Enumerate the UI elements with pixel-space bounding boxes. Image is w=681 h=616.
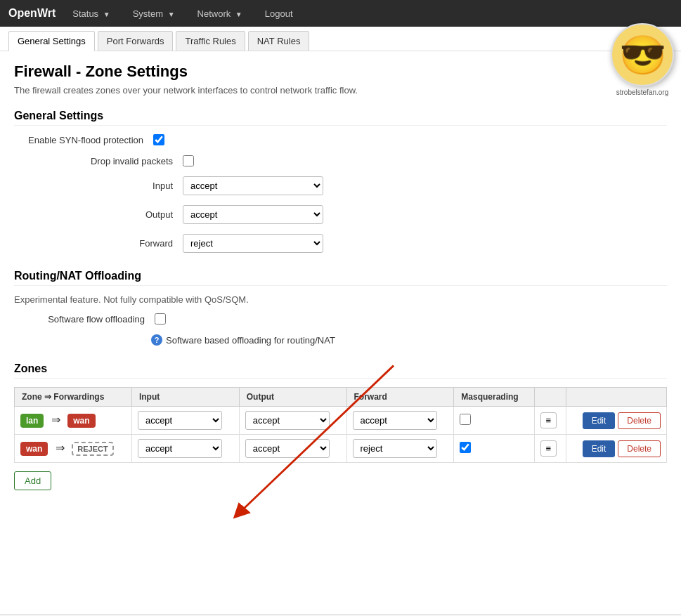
action-cell: Edit Delete (566, 435, 666, 463)
masquerading-cell (454, 407, 534, 435)
zones-section: Zones Zone ⇒ Forwardings Input Output Fo… (14, 362, 667, 490)
edit-button[interactable]: Edit (583, 412, 616, 429)
output-cell: acceptdropreject (239, 407, 346, 435)
row-output-select[interactable]: acceptdropreject (245, 439, 330, 458)
forward-label: Forward (70, 238, 183, 249)
input-cell: acceptdropreject (131, 407, 239, 435)
forwarding-badge[interactable]: REJECT (72, 442, 113, 456)
tab-port-forwards[interactable]: Port Forwards (98, 31, 174, 51)
nav-logout[interactable]: Logout (259, 6, 299, 22)
row-output-select[interactable]: acceptdropreject (245, 411, 330, 430)
add-zone-button[interactable]: Add (14, 471, 51, 490)
nat-offloading-section: Routing/NAT Offloading Experimental feat… (14, 270, 667, 346)
col-forward: Forward (346, 388, 454, 407)
forward-select[interactable]: accept drop reject (183, 234, 323, 253)
zone-arrow: ⇒ (48, 414, 63, 426)
software-flow-label: Software flow offloading (42, 314, 155, 325)
brand-logo: OpenWrt (8, 7, 56, 20)
main-content: Firewall - Zone Settings The firewall cr… (0, 51, 681, 614)
row-input-select[interactable]: acceptdropreject (138, 439, 222, 458)
output-label: Output (70, 209, 183, 220)
tab-bar: General Settings Port Forwards Traffic R… (0, 27, 681, 51)
drop-invalid-label: Drop invalid packets (70, 156, 183, 166)
zone-badge[interactable]: lan (20, 414, 44, 428)
table-row: wan ⇒ REJECTacceptdroprejectacceptdropre… (15, 435, 667, 463)
input-group: Input accept drop reject (14, 176, 667, 195)
row-menu-button[interactable]: ≡ (540, 412, 557, 428)
edit-button[interactable]: Edit (583, 440, 616, 457)
info-icon: ? (151, 334, 162, 346)
system-caret: ▼ (168, 11, 175, 18)
zone-cell: lan ⇒ wan (15, 407, 132, 435)
nat-hint-row: ? Software based offloading for routing/… (14, 334, 667, 346)
output-select[interactable]: accept drop reject (183, 205, 323, 224)
network-caret: ▼ (235, 11, 242, 18)
smiley-popup: 😎 strobelstefan.org (611, 23, 674, 96)
zone-badge[interactable]: wan (20, 442, 48, 456)
masquerading-checkbox[interactable] (460, 442, 471, 453)
table-row: lan ⇒ wanacceptdroprejectacceptdroprejec… (15, 407, 667, 435)
masquerading-cell (454, 435, 534, 463)
zones-table: Zone ⇒ Forwardings Input Output Forward … (14, 387, 667, 463)
action-cell: Edit Delete (566, 407, 666, 435)
row-forward-select[interactable]: acceptdropreject (353, 439, 437, 458)
table-header-row: Zone ⇒ Forwardings Input Output Forward … (15, 388, 667, 407)
delete-button[interactable]: Delete (618, 412, 661, 429)
delete-button[interactable]: Delete (618, 440, 661, 457)
row-input-select[interactable]: acceptdropreject (138, 411, 222, 430)
tab-general-settings[interactable]: General Settings (8, 31, 95, 51)
software-flow-group: Software flow offloading (14, 313, 667, 325)
navbar: OpenWrt Status ▼ System ▼ Network ▼ Logo… (0, 0, 681, 27)
tab-nat-rules[interactable]: NAT Rules (248, 31, 310, 51)
nat-hint-text: Software based offloading for routing/NA… (166, 335, 335, 346)
smiley-face: 😎 (611, 23, 674, 86)
row-forward-select[interactable]: acceptdropreject (353, 411, 437, 430)
input-label: Input (70, 181, 183, 191)
forward-group: Forward accept drop reject (14, 234, 667, 253)
zones-heading: Zones (14, 362, 667, 379)
drop-invalid-group: Drop invalid packets (14, 155, 667, 166)
drop-invalid-checkbox[interactable] (183, 155, 194, 166)
col-actions2 (566, 388, 666, 407)
general-settings-section: General Settings Enable SYN-flood protec… (14, 110, 667, 253)
col-input: Input (131, 388, 239, 407)
status-caret: ▼ (103, 11, 110, 18)
nav-system[interactable]: System ▼ (127, 6, 181, 22)
forwarding-badge[interactable]: wan (67, 414, 95, 428)
software-flow-checkbox[interactable] (155, 313, 166, 325)
page-title: Firewall - Zone Settings (14, 63, 667, 81)
menu-cell: ≡ (534, 435, 566, 463)
page-subtitle: The firewall creates zones over your net… (14, 85, 667, 96)
syn-flood-label: Enable SYN-flood protection (28, 135, 153, 145)
masquerading-checkbox[interactable] (460, 414, 471, 425)
col-actions1 (534, 388, 566, 407)
output-cell: acceptdropreject (239, 435, 346, 463)
zone-arrow: ⇒ (52, 442, 67, 454)
forward-cell: acceptdropreject (346, 407, 454, 435)
nat-offloading-heading: Routing/NAT Offloading (14, 270, 667, 286)
nav-network[interactable]: Network ▼ (192, 6, 248, 22)
general-settings-heading: General Settings (14, 110, 667, 126)
col-masquerading: Masquerading (454, 388, 534, 407)
tab-traffic-rules[interactable]: Traffic Rules (176, 31, 245, 51)
row-menu-button[interactable]: ≡ (540, 440, 557, 457)
col-zone: Zone ⇒ Forwardings (15, 388, 132, 407)
syn-flood-checkbox[interactable] (153, 134, 164, 145)
smiley-caption: strobelstefan.org (611, 89, 674, 96)
menu-cell: ≡ (534, 407, 566, 435)
nat-offloading-subtitle: Experimental feature. Not fully compatib… (14, 294, 667, 305)
forward-cell: acceptdropreject (346, 435, 454, 463)
zone-cell: wan ⇒ REJECT (15, 435, 132, 463)
syn-flood-group: Enable SYN-flood protection (14, 134, 667, 145)
input-select[interactable]: accept drop reject (183, 176, 323, 195)
input-cell: acceptdropreject (131, 435, 239, 463)
output-group: Output accept drop reject (14, 205, 667, 224)
nav-status[interactable]: Status ▼ (67, 6, 115, 22)
col-output: Output (239, 388, 346, 407)
